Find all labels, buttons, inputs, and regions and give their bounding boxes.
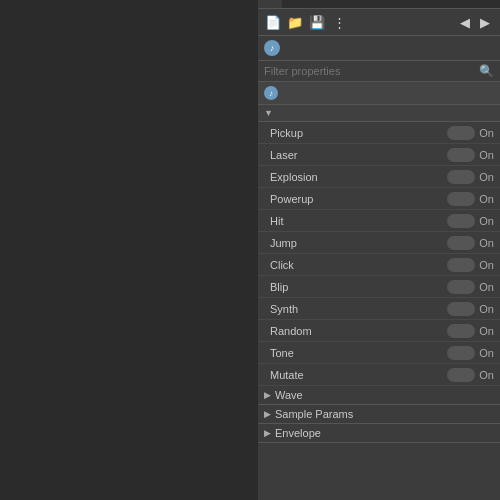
- toggle-synth[interactable]: [447, 302, 475, 316]
- toggle-label: On: [479, 369, 494, 381]
- toggle-label: On: [479, 259, 494, 271]
- property-name: Jump: [270, 237, 447, 249]
- property-name: Random: [270, 325, 447, 337]
- toggle-pickup[interactable]: [447, 126, 475, 140]
- section-generators-arrow: ▼: [264, 108, 273, 118]
- toggle-hit[interactable]: [447, 214, 475, 228]
- more-options-icon[interactable]: ⋮: [330, 13, 348, 31]
- toggle-powerup[interactable]: [447, 192, 475, 206]
- property-name: Click: [270, 259, 447, 271]
- toolbar: 📄 📁 💾 ⋮ ◀ ▶: [258, 9, 500, 36]
- sub-section-wave[interactable]: ▶ Wave: [258, 386, 500, 405]
- section-generators[interactable]: ▼: [258, 105, 500, 122]
- new-script-icon[interactable]: 📄: [264, 13, 282, 31]
- toggle-mutate[interactable]: [447, 368, 475, 382]
- toggle-click[interactable]: [447, 258, 475, 272]
- node-selector-icon: ♪: [264, 40, 280, 56]
- toolbar-right: ◀ ▶: [456, 13, 494, 31]
- property-row: Hit On: [258, 210, 500, 232]
- sub-section-label: Envelope: [275, 427, 321, 439]
- sub-section-label: Sample Params: [275, 408, 353, 420]
- toggle-explosion[interactable]: [447, 170, 475, 184]
- property-value: On: [447, 192, 494, 206]
- toggle-label: On: [479, 237, 494, 249]
- property-value: On: [447, 126, 494, 140]
- property-name: Laser: [270, 149, 447, 161]
- property-value: On: [447, 170, 494, 184]
- left-panel: [0, 0, 258, 500]
- property-row: Explosion On: [258, 166, 500, 188]
- toggle-label: On: [479, 303, 494, 315]
- sub-section-arrow: ▶: [264, 390, 271, 400]
- node-path: ♪: [258, 82, 500, 105]
- property-value: On: [447, 258, 494, 272]
- tabs-bar: [258, 0, 500, 9]
- property-row: Click On: [258, 254, 500, 276]
- property-name: Explosion: [270, 171, 447, 183]
- property-row: Jump On: [258, 232, 500, 254]
- toggle-laser[interactable]: [447, 148, 475, 162]
- property-value: On: [447, 368, 494, 382]
- sub-section-rows: ▶ Wave ▶ Sample Params ▶ Envelope: [258, 386, 500, 443]
- toggle-blip[interactable]: [447, 280, 475, 294]
- property-name: Mutate: [270, 369, 447, 381]
- toggle-label: On: [479, 193, 494, 205]
- property-name: Hit: [270, 215, 447, 227]
- property-name: Tone: [270, 347, 447, 359]
- property-name: Synth: [270, 303, 447, 315]
- toggle-label: On: [479, 325, 494, 337]
- property-row: Blip On: [258, 276, 500, 298]
- properties-list: ▼ Pickup On Laser On Explosion On Poweru…: [258, 105, 500, 500]
- property-value: On: [447, 280, 494, 294]
- node-selector[interactable]: ♪: [258, 36, 500, 61]
- property-row: Laser On: [258, 144, 500, 166]
- tab-inspector[interactable]: [258, 0, 282, 8]
- property-row: Powerup On: [258, 188, 500, 210]
- property-value: On: [447, 214, 494, 228]
- toggle-label: On: [479, 215, 494, 227]
- sub-section-label: Wave: [275, 389, 303, 401]
- property-row: Tone On: [258, 342, 500, 364]
- property-name: Pickup: [270, 127, 447, 139]
- toggle-label: On: [479, 281, 494, 293]
- search-input[interactable]: [264, 65, 475, 77]
- toggle-jump[interactable]: [447, 236, 475, 250]
- sub-section-sample-params[interactable]: ▶ Sample Params: [258, 405, 500, 424]
- sub-section-arrow: ▶: [264, 428, 271, 438]
- search-bar: 🔍: [258, 61, 500, 82]
- property-value: On: [447, 148, 494, 162]
- property-row: Random On: [258, 320, 500, 342]
- open-icon[interactable]: 📁: [286, 13, 304, 31]
- toggle-label: On: [479, 149, 494, 161]
- property-name: Blip: [270, 281, 447, 293]
- property-rows: Pickup On Laser On Explosion On Powerup …: [258, 122, 500, 386]
- right-panel: 📄 📁 💾 ⋮ ◀ ▶ ♪ 🔍 ♪ ▼ Pickup O: [258, 0, 500, 500]
- property-value: On: [447, 324, 494, 338]
- node-path-icon: ♪: [264, 86, 278, 100]
- property-name: Powerup: [270, 193, 447, 205]
- tab-node[interactable]: [282, 0, 306, 8]
- toggle-tone[interactable]: [447, 346, 475, 360]
- property-value: On: [447, 346, 494, 360]
- sub-section-envelope[interactable]: ▶ Envelope: [258, 424, 500, 443]
- nav-back-icon[interactable]: ◀: [456, 13, 474, 31]
- toggle-label: On: [479, 347, 494, 359]
- sub-section-arrow: ▶: [264, 409, 271, 419]
- property-row: Pickup On: [258, 122, 500, 144]
- save-icon[interactable]: 💾: [308, 13, 326, 31]
- toggle-random[interactable]: [447, 324, 475, 338]
- property-row: Mutate On: [258, 364, 500, 386]
- toggle-label: On: [479, 171, 494, 183]
- property-value: On: [447, 236, 494, 250]
- search-icon: 🔍: [479, 64, 494, 78]
- toggle-label: On: [479, 127, 494, 139]
- property-value: On: [447, 302, 494, 316]
- property-row: Synth On: [258, 298, 500, 320]
- nav-forward-icon[interactable]: ▶: [476, 13, 494, 31]
